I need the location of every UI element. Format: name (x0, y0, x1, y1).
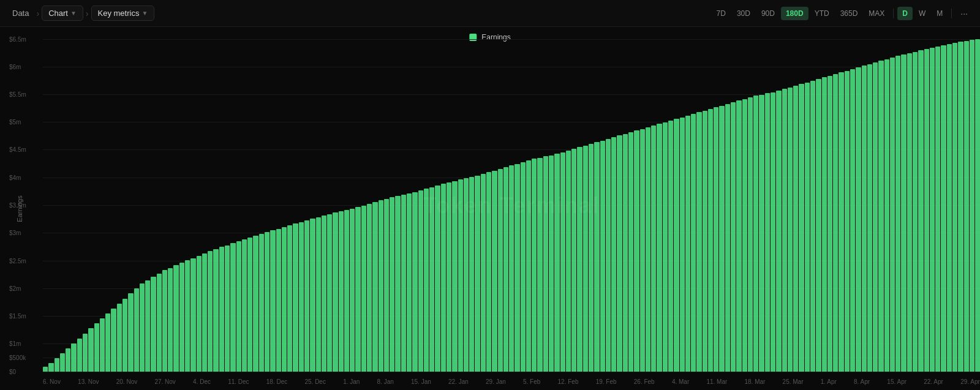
chart-bar[interactable] (935, 47, 940, 372)
chart-bar[interactable] (537, 158, 542, 372)
chart-bar[interactable] (947, 44, 952, 372)
chart-bar[interactable] (60, 353, 65, 372)
chart-bar[interactable] (850, 69, 855, 372)
chart-bar[interactable] (941, 45, 946, 372)
chart-bar[interactable] (867, 64, 872, 372)
chart-bar[interactable] (452, 181, 457, 372)
chart-bar[interactable] (157, 274, 162, 372)
chart-bar[interactable] (287, 225, 292, 372)
chart-bar[interactable] (225, 246, 230, 372)
chart-bar[interactable] (759, 95, 764, 372)
chart-bar[interactable] (657, 124, 662, 372)
chart-bar[interactable] (753, 96, 758, 372)
chart-bar[interactable] (395, 196, 400, 372)
chart-bar[interactable] (571, 149, 576, 372)
chart-bar[interactable] (833, 74, 838, 372)
chart-bar[interactable] (55, 358, 59, 372)
chart-bar[interactable] (583, 146, 588, 372)
data-crumb[interactable]: Data (7, 6, 34, 20)
chart-bar[interactable] (486, 172, 491, 372)
chart-bar[interactable] (839, 72, 843, 372)
chart-bar[interactable] (367, 204, 372, 372)
key-metrics-dropdown[interactable]: Key metrics ▼ (91, 6, 155, 21)
chart-bar[interactable] (873, 62, 878, 372)
chart-bar[interactable] (344, 210, 349, 372)
chart-bar[interactable] (776, 91, 781, 372)
chart-bar[interactable] (71, 343, 76, 372)
chart-bar[interactable] (554, 154, 559, 372)
chart-bar[interactable] (708, 109, 713, 372)
chart-bar[interactable] (48, 363, 53, 372)
chart-bar[interactable] (339, 211, 344, 372)
chart-bar[interactable] (412, 192, 417, 372)
chart-bar[interactable] (646, 127, 650, 372)
chart-bar[interactable] (719, 106, 724, 372)
chart-bar[interactable] (924, 49, 929, 372)
chart-bar[interactable] (350, 209, 355, 372)
chart-bar[interactable] (862, 66, 867, 372)
chart-bar[interactable] (123, 299, 127, 372)
chart-bar[interactable] (788, 88, 793, 372)
chart-bar[interactable] (503, 167, 508, 372)
chart-bar[interactable] (822, 77, 827, 372)
chart-bar[interactable] (640, 129, 645, 372)
time-180d[interactable]: 180D (781, 7, 809, 20)
chart-bar[interactable] (566, 151, 571, 372)
chart-dropdown[interactable]: Chart ▼ (42, 6, 83, 21)
chart-bar[interactable] (617, 135, 622, 372)
chart-bar[interactable] (810, 81, 815, 372)
chart-bar[interactable] (589, 144, 594, 372)
chart-bar[interactable] (304, 220, 309, 372)
chart-bar[interactable] (322, 216, 326, 372)
chart-bar[interactable] (100, 318, 105, 372)
chart-bar[interactable] (441, 184, 446, 372)
chart-bar[interactable] (895, 56, 900, 372)
view-day[interactable]: D (897, 7, 913, 20)
chart-bar[interactable] (464, 178, 469, 372)
chart-bar[interactable] (247, 238, 252, 372)
chart-bar[interactable] (594, 142, 599, 372)
chart-bar[interactable] (748, 97, 753, 372)
chart-bar[interactable] (498, 169, 503, 372)
chart-bar[interactable] (560, 152, 565, 372)
chart-bar[interactable] (379, 200, 383, 372)
chart-bar[interactable] (151, 277, 156, 372)
time-365d[interactable]: 365D (835, 7, 863, 20)
chart-bar[interactable] (384, 199, 389, 372)
chart-bar[interactable] (549, 156, 554, 372)
chart-bar[interactable] (77, 339, 82, 372)
chart-bar[interactable] (447, 182, 451, 372)
chart-bar[interactable] (190, 258, 195, 372)
chart-bar[interactable] (765, 93, 770, 372)
chart-bar[interactable] (771, 92, 775, 372)
chart-bar[interactable] (253, 236, 258, 372)
chart-bar[interactable] (134, 288, 139, 372)
chart-bar[interactable] (327, 214, 332, 372)
chart-bar[interactable] (242, 239, 247, 372)
chart-bar[interactable] (401, 195, 406, 372)
chart-bar[interactable] (458, 179, 463, 372)
chart-bar[interactable] (611, 137, 616, 372)
chart-bar[interactable] (299, 222, 304, 372)
chart-bar[interactable] (623, 134, 628, 372)
chart-bar[interactable] (435, 186, 440, 372)
chart-bar[interactable] (105, 313, 110, 372)
chart-bar[interactable] (265, 232, 270, 372)
chart-bar[interactable] (725, 104, 730, 372)
chart-bar[interactable] (958, 42, 963, 372)
chart-bar[interactable] (282, 227, 287, 372)
chart-bar[interactable] (140, 283, 145, 372)
chart-bar[interactable] (606, 139, 611, 372)
chart-bar[interactable] (793, 86, 798, 372)
chart-bar[interactable] (117, 304, 122, 372)
chart-bar[interactable] (731, 102, 736, 372)
chart-bar[interactable] (355, 207, 360, 372)
chart-bar[interactable] (475, 176, 480, 372)
chart-bar[interactable] (88, 328, 93, 372)
chart-bar[interactable] (532, 159, 537, 372)
chart-bar[interactable] (111, 309, 116, 372)
chart-bar[interactable] (185, 260, 190, 372)
chart-bar[interactable] (407, 193, 412, 372)
chart-bar[interactable] (390, 197, 394, 372)
chart-bar[interactable] (543, 156, 548, 372)
